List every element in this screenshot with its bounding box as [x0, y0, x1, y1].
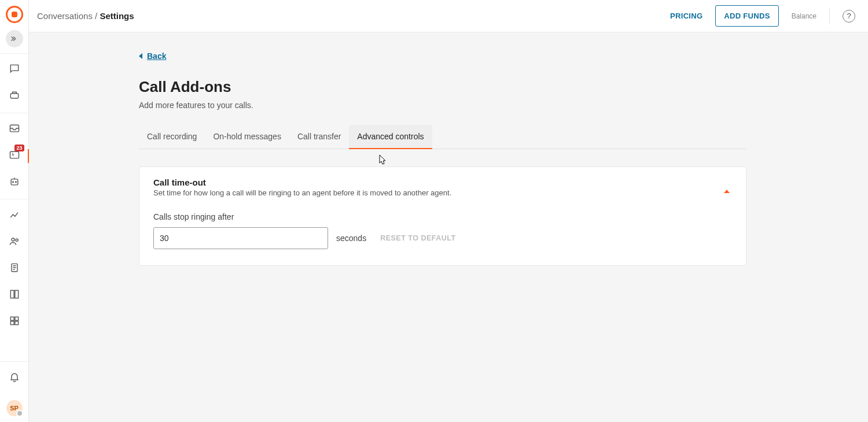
sidebar-item-calls[interactable]: 23: [0, 148, 29, 164]
help-icon[interactable]: ?: [843, 10, 855, 23]
tab-advanced-controls[interactable]: Advanced controls: [349, 125, 432, 149]
page-subtitle: Add more features to your calls.: [139, 101, 746, 110]
sidebar-item-knowledge[interactable]: [0, 261, 29, 277]
sidebar-item-analytics[interactable]: [0, 208, 29, 224]
back-link[interactable]: Back: [139, 51, 166, 61]
svg-rect-10: [14, 290, 18, 298]
inbox-icon: [9, 123, 20, 136]
chevron-up-icon: [724, 180, 730, 193]
tab-call-recording[interactable]: Call recording: [139, 125, 205, 149]
svg-rect-2: [10, 151, 19, 158]
sidebar-item-automation[interactable]: [0, 175, 29, 191]
svg-rect-0: [10, 94, 18, 98]
tab-on-hold-messages[interactable]: On-hold messages: [205, 125, 289, 149]
svg-rect-14: [14, 321, 18, 325]
people-icon: [9, 235, 20, 249]
topbar: Conversations / Settings PRICING ADD FUN…: [29, 0, 868, 32]
timeout-input[interactable]: [153, 227, 328, 249]
sidebar-item-bot[interactable]: [0, 88, 29, 105]
tab-call-transfer[interactable]: Call transfer: [289, 125, 349, 149]
card-description: Set time for how long a call will be rin…: [153, 188, 451, 197]
svg-rect-11: [10, 317, 14, 320]
timeout-unit: seconds: [336, 234, 366, 243]
badge-count: 23: [14, 145, 24, 151]
svg-point-7: [16, 239, 18, 241]
templates-icon: [9, 288, 20, 302]
svg-rect-13: [10, 321, 14, 325]
sidebar-item-templates[interactable]: [0, 287, 29, 303]
svg-rect-3: [11, 179, 18, 185]
avatar[interactable]: SP: [6, 400, 23, 416]
sidebar-item-messages[interactable]: [0, 62, 29, 78]
document-icon: [9, 262, 20, 276]
bot-icon: [9, 90, 20, 103]
svg-rect-9: [10, 290, 14, 298]
analytics-icon: [9, 209, 20, 223]
call-timeout-card: Call time-out Set time for how long a ca…: [139, 166, 746, 266]
svg-point-4: [12, 182, 13, 183]
bell-icon: [9, 371, 20, 385]
sidebar-item-apps[interactable]: [0, 314, 29, 330]
reset-to-default-button[interactable]: RESET TO DEFAULT: [380, 234, 455, 242]
brand-logo[interactable]: [6, 6, 23, 23]
svg-point-6: [12, 238, 14, 241]
page-title: Call Add-ons: [139, 78, 746, 96]
card-title: Call time-out: [153, 177, 451, 187]
balance-label: Balance: [792, 12, 816, 20]
apps-icon: [9, 315, 20, 329]
sidebar: 23 SP: [0, 0, 29, 422]
sidebar-item-inbox[interactable]: [0, 121, 29, 138]
breadcrumb: Conversations / Settings: [37, 11, 134, 21]
tabs: Call recording On-hold messages Call tra…: [139, 125, 746, 149]
pricing-link[interactable]: PRICING: [670, 12, 703, 20]
chat-icon: [9, 63, 20, 77]
caret-left-icon: [139, 53, 142, 59]
sidebar-item-people[interactable]: [0, 234, 29, 250]
automation-icon: [9, 176, 20, 190]
add-funds-button[interactable]: ADD FUNDS: [715, 5, 778, 27]
svg-rect-12: [14, 317, 18, 320]
timeout-field-label: Calls stop ringing after: [153, 212, 732, 221]
divider: [829, 8, 830, 24]
sidebar-item-notifications[interactable]: [0, 370, 29, 386]
svg-point-5: [15, 182, 16, 183]
expand-sidebar-button[interactable]: [6, 30, 23, 47]
collapse-toggle[interactable]: [722, 177, 732, 193]
